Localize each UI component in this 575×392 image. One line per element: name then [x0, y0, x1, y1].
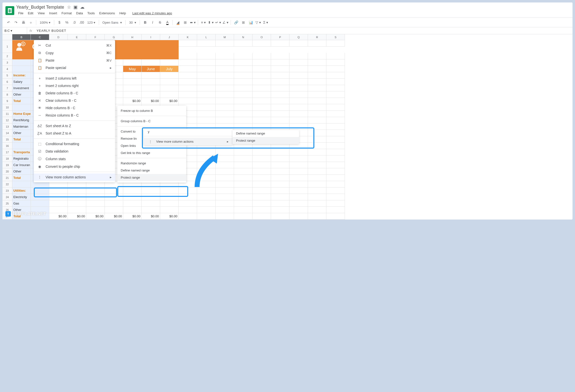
percent-icon[interactable]: %: [64, 19, 70, 26]
cell[interactable]: [68, 200, 86, 207]
callout-view-more[interactable]: ⋮View more column actions▸: [144, 138, 233, 145]
cell[interactable]: [289, 98, 308, 104]
cell[interactable]: [326, 207, 345, 213]
cell[interactable]: [49, 200, 68, 207]
cell[interactable]: [271, 181, 289, 188]
italic-icon[interactable]: I: [149, 19, 156, 26]
cell[interactable]: [105, 188, 123, 194]
merge-icon[interactable]: ⬌ ▾: [190, 19, 196, 26]
menu-tools[interactable]: Tools: [85, 10, 96, 16]
cell[interactable]: Rent/Mortg: [12, 117, 31, 123]
cell[interactable]: [253, 155, 271, 162]
cell[interactable]: [271, 85, 289, 91]
cell[interactable]: [216, 98, 234, 104]
column-header-I[interactable]: I: [142, 34, 160, 40]
menu-paste[interactable]: 📋Paste⌘V: [34, 57, 115, 64]
cell[interactable]: Income:: [12, 72, 31, 79]
cell[interactable]: [326, 175, 345, 181]
cell[interactable]: [253, 194, 271, 200]
row-header-22[interactable]: 22: [2, 181, 12, 188]
cell[interactable]: [253, 149, 271, 155]
cell[interactable]: [326, 149, 345, 155]
cell[interactable]: [326, 143, 345, 149]
cell[interactable]: [234, 200, 253, 207]
cell[interactable]: [179, 213, 197, 220]
cell[interactable]: [179, 66, 197, 72]
cell[interactable]: [49, 194, 68, 200]
row-header-18[interactable]: 18: [2, 155, 12, 162]
cell[interactable]: [216, 85, 234, 91]
cell[interactable]: [12, 143, 31, 149]
cell[interactable]: [12, 104, 31, 111]
cell[interactable]: [160, 188, 179, 194]
cell[interactable]: [289, 117, 308, 123]
cell[interactable]: [289, 194, 308, 200]
row-header-17[interactable]: 17: [2, 149, 12, 155]
menu-people-chip[interactable]: ◉Convert to people chip: [34, 163, 115, 170]
row-header-7[interactable]: 7: [2, 85, 12, 91]
menu-format[interactable]: Format: [60, 10, 74, 16]
cell[interactable]: [216, 79, 234, 85]
cell[interactable]: [86, 200, 105, 207]
document-title[interactable]: Yearly_Budget Template: [16, 5, 64, 10]
cell[interactable]: [216, 59, 234, 66]
cell[interactable]: Total: [12, 136, 31, 143]
cell[interactable]: [326, 136, 345, 143]
cell[interactable]: [197, 72, 216, 79]
paint-format-icon[interactable]: ⟐: [28, 19, 34, 26]
cell[interactable]: [234, 66, 253, 72]
menu-sort-az[interactable]: A͎ZSort sheet A to Z: [34, 122, 115, 130]
cell[interactable]: [289, 175, 308, 181]
cell[interactable]: [105, 194, 123, 200]
column-header-J[interactable]: J: [160, 34, 179, 40]
last-edit-link[interactable]: Last edit was 2 minutes ago: [130, 10, 174, 16]
link-icon[interactable]: 🔗: [233, 19, 239, 26]
cell[interactable]: [271, 123, 289, 130]
cell[interactable]: June: [142, 66, 160, 72]
column-header-B[interactable]: B: [12, 34, 31, 40]
cell[interactable]: [289, 59, 308, 66]
cell[interactable]: [216, 200, 234, 207]
cell[interactable]: [31, 188, 49, 194]
cell[interactable]: [234, 155, 253, 162]
cell[interactable]: [271, 72, 289, 79]
row-header-16[interactable]: 16: [2, 143, 12, 149]
cell[interactable]: [308, 155, 326, 162]
move-icon[interactable]: ▣: [73, 4, 78, 10]
cell[interactable]: [326, 130, 345, 136]
cell[interactable]: [12, 66, 31, 72]
cell[interactable]: [289, 104, 308, 111]
cell[interactable]: [234, 104, 253, 111]
cell[interactable]: [253, 188, 271, 194]
cell[interactable]: [271, 98, 289, 104]
undo-icon[interactable]: ↶: [5, 19, 12, 26]
cell[interactable]: [253, 117, 271, 123]
cell[interactable]: [179, 72, 197, 79]
menu-insert[interactable]: Insert: [47, 10, 59, 16]
cell[interactable]: [160, 200, 179, 207]
column-header-S[interactable]: S: [326, 34, 345, 40]
column-header-N[interactable]: N: [234, 34, 253, 40]
cell[interactable]: [308, 72, 326, 79]
cell[interactable]: [142, 72, 160, 79]
cell[interactable]: [197, 91, 216, 98]
cell[interactable]: [253, 111, 271, 117]
row-header-15[interactable]: 15: [2, 136, 12, 143]
name-box[interactable]: B:C ▾: [2, 27, 27, 34]
cell[interactable]: [197, 66, 216, 72]
cell[interactable]: [160, 79, 179, 85]
cell[interactable]: Transporta: [12, 149, 31, 155]
column-header-E[interactable]: E: [68, 34, 86, 40]
cell[interactable]: [289, 91, 308, 98]
cell[interactable]: [234, 72, 253, 79]
cell[interactable]: [216, 207, 234, 213]
more-formats-dropdown[interactable]: 123 ▾: [86, 21, 96, 24]
cell[interactable]: [253, 66, 271, 72]
cloud-icon[interactable]: ☁: [80, 4, 85, 10]
cell[interactable]: [308, 123, 326, 130]
cell[interactable]: Gas: [12, 200, 31, 207]
cell[interactable]: [271, 188, 289, 194]
cell[interactable]: [49, 188, 68, 194]
redo-icon[interactable]: ↷: [13, 19, 19, 26]
menu-cond-format[interactable]: ⬚Conditional formatting: [34, 140, 115, 147]
